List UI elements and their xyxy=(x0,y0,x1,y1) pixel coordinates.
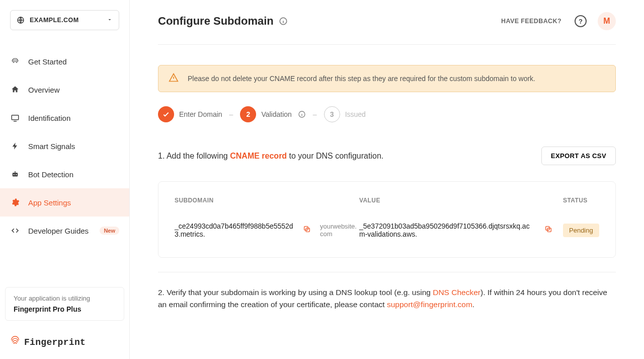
step-validation: 2 Validation xyxy=(240,106,305,122)
step-label: Validation xyxy=(261,110,291,118)
fingerprint-logo-icon xyxy=(10,335,20,350)
domain-selector-label: EXAMPLE.COM xyxy=(30,17,78,24)
copy-icon[interactable] xyxy=(544,225,552,235)
new-badge: New xyxy=(100,227,119,235)
status-badge: Pending xyxy=(563,224,599,237)
sidebar-item-label: Developer Guides xyxy=(28,227,89,235)
table-row: _ce24993cd0a7b465ff9f988b5e5552d3.metric… xyxy=(175,222,599,238)
step-separator: – xyxy=(312,110,318,118)
code-icon xyxy=(10,226,20,236)
step-number: 2 xyxy=(240,106,256,122)
divider xyxy=(158,44,616,45)
support-email-link[interactable]: support@fingerprint.com xyxy=(387,300,472,309)
svg-rect-2 xyxy=(13,173,18,177)
gear-icon xyxy=(10,197,20,207)
help-button[interactable]: ? xyxy=(575,15,587,27)
subdomain-value: _ce24993cd0a7b465ff9f988b5e5552d3.metric… xyxy=(175,222,294,238)
sidebar-item-label: Smart Signals xyxy=(28,142,75,151)
export-csv-button[interactable]: EXPORT AS CSV xyxy=(541,147,616,165)
cname-highlight: CNAME record xyxy=(230,152,287,160)
fingerprint-icon xyxy=(10,56,20,66)
main-content: Configure Subdomain HAVE FEEDBACK? ? M P… xyxy=(130,0,644,359)
robot-icon xyxy=(10,169,20,179)
sidebar-item-label: App Settings xyxy=(28,198,71,207)
column-header-value: VALUE xyxy=(359,197,563,204)
svg-point-4 xyxy=(16,174,17,175)
warning-icon xyxy=(169,73,179,85)
sidebar-item-overview[interactable]: Overview xyxy=(0,76,129,104)
sidebar-item-label: Bot Detection xyxy=(28,170,73,179)
instruction-2: 2. Verify that your subdomain is working… xyxy=(158,286,616,311)
step-separator: – xyxy=(228,110,234,118)
stepper: Enter Domain – 2 Validation – 3 Issued xyxy=(158,106,616,122)
domain-selector[interactable]: EXAMPLE.COM xyxy=(10,10,119,30)
sidebar-item-developer-guides[interactable]: Developer Guides New xyxy=(0,217,129,245)
plan-line1: Your application is utilizing xyxy=(14,295,116,302)
step-label: Issued xyxy=(345,110,366,118)
chevron-down-icon xyxy=(107,16,113,25)
sidebar-nav: Get Started Overview Identification Smar… xyxy=(0,42,129,277)
user-avatar[interactable]: M xyxy=(598,12,616,30)
svg-rect-1 xyxy=(12,115,19,120)
svg-point-3 xyxy=(14,174,15,175)
sidebar: EXAMPLE.COM Get Started Overview xyxy=(0,0,130,359)
brand: Fingerprint xyxy=(10,335,119,350)
sidebar-item-app-settings[interactable]: App Settings xyxy=(0,188,129,217)
sidebar-item-label: Get Started xyxy=(28,57,67,66)
sidebar-item-smart-signals[interactable]: Smart Signals xyxy=(0,132,129,160)
sidebar-item-identification[interactable]: Identification xyxy=(0,104,129,132)
home-icon xyxy=(10,85,20,95)
step-number: 3 xyxy=(324,106,340,122)
column-header-subdomain: SUBDOMAIN xyxy=(175,197,359,204)
subdomain-domain: yourwebsite.com xyxy=(320,223,359,238)
step-label: Enter Domain xyxy=(179,110,222,118)
feedback-link[interactable]: HAVE FEEDBACK? xyxy=(501,18,561,25)
topbar: Configure Subdomain HAVE FEEDBACK? ? M xyxy=(158,12,616,30)
alert-text: Please do not delete your CNAME record a… xyxy=(188,75,535,83)
column-header-status: STATUS xyxy=(563,197,599,204)
warning-alert: Please do not delete your CNAME record a… xyxy=(158,65,616,92)
plan-card: Your application is utilizing Fingerprin… xyxy=(5,287,124,321)
instruction-1: 1. Add the following CNAME record to you… xyxy=(158,152,383,161)
step-issued: 3 Issued xyxy=(324,106,366,122)
check-icon xyxy=(158,106,174,122)
brand-name: Fingerprint xyxy=(24,337,86,347)
monitor-icon xyxy=(10,113,20,123)
bolt-icon xyxy=(10,141,20,151)
step-enter-domain: Enter Domain xyxy=(158,106,222,122)
info-icon[interactable] xyxy=(298,110,306,118)
copy-icon[interactable] xyxy=(303,225,311,235)
info-icon[interactable] xyxy=(279,17,288,26)
plan-line2: Fingerprint Pro Plus xyxy=(14,305,116,313)
sidebar-item-get-started[interactable]: Get Started xyxy=(0,47,129,76)
dns-checker-link[interactable]: DNS Checker xyxy=(433,288,480,297)
sidebar-item-bot-detection[interactable]: Bot Detection xyxy=(0,160,129,188)
page-title: Configure Subdomain xyxy=(158,15,274,28)
cname-table: SUBDOMAIN VALUE STATUS _ce24993cd0a7b465… xyxy=(158,181,616,258)
sidebar-item-label: Identification xyxy=(28,114,70,122)
divider xyxy=(158,272,616,272)
globe-icon xyxy=(17,16,25,24)
sidebar-item-label: Overview xyxy=(28,86,60,94)
record-value: _5e372091b03ad5ba950296d9f7105366.djqtsr… xyxy=(359,222,535,238)
